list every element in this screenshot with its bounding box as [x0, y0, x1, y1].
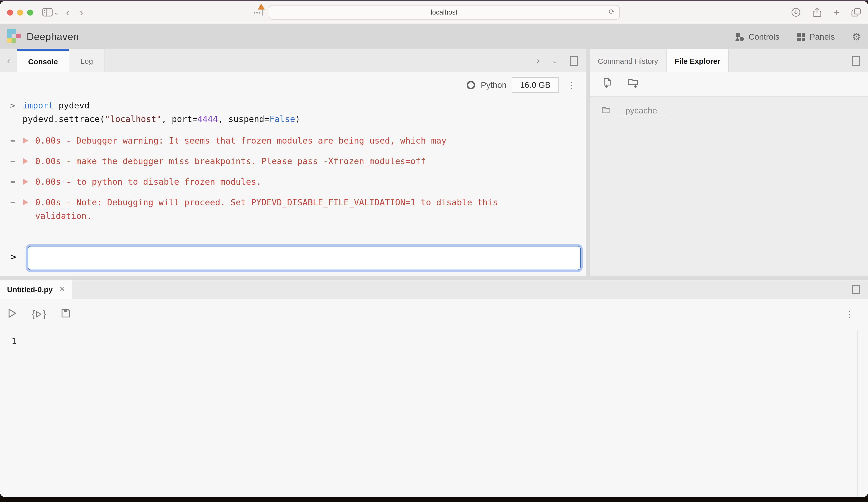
input-prompt: >: [11, 251, 16, 262]
sidebar-toggle-icon[interactable]: [42, 8, 53, 17]
tab-scroll-left-icon[interactable]: ‹: [0, 49, 17, 72]
history-prompt: >: [10, 99, 15, 113]
file-list: __pycache__: [590, 96, 868, 276]
editor-toolbar: { } ⋮: [0, 299, 868, 330]
editor-tabstrip: Untitled-0.py ×: [0, 280, 868, 299]
editor-divider: [857, 330, 858, 497]
main-panels-row: ‹ Console Log › ⌄: [0, 49, 868, 276]
session-menu-icon[interactable]: ⋮: [564, 80, 579, 90]
explorer-panel: Command History File Explorer: [590, 49, 868, 276]
window-controls: [7, 9, 33, 15]
app-header: Deephaven Controls Panels: [0, 24, 868, 49]
disclosure-triangle-icon[interactable]: [23, 179, 28, 185]
sidebar-chevron-icon[interactable]: ⌄: [54, 9, 59, 16]
panel-resize-handle-horizontal[interactable]: [0, 276, 868, 280]
maximize-panel-icon[interactable]: [570, 56, 578, 65]
close-window-button[interactable]: [7, 9, 13, 15]
extensions-icon[interactable]: ••• !: [254, 9, 262, 15]
console-log: > import pydevd pydevd.settrace("localho…: [0, 99, 586, 246]
line-number: 1: [12, 336, 16, 346]
browser-toolbar: ⌄ ‹ › ••• ! localhost ⟳: [0, 1, 868, 24]
console-tabstrip: ‹ Console Log › ⌄: [0, 49, 586, 72]
controls-menu-button[interactable]: Controls: [735, 32, 779, 41]
file-row-pycache[interactable]: __pycache__: [590, 103, 868, 119]
executed-code-line: pydevd.settrace("localhost", port=4444, …: [0, 113, 586, 126]
zoom-window-button[interactable]: [27, 9, 33, 15]
tab-console[interactable]: Console: [17, 49, 69, 72]
close-tab-icon[interactable]: ×: [60, 284, 65, 294]
session-status-icon: [467, 81, 475, 90]
warning-block: 0.00s - Debugger warning: It seems that …: [0, 134, 586, 223]
console-body: Python 16.0 GB ⋮ > import pydevd pydevd.…: [0, 72, 586, 276]
console-input[interactable]: [28, 246, 581, 270]
maximize-panel-icon[interactable]: [852, 56, 860, 65]
log-warning-line: 0.00s - Note: Debugging will proceed. Se…: [0, 196, 586, 223]
console-panel: ‹ Console Log › ⌄: [0, 49, 586, 276]
gutter-dash-icon: [11, 202, 15, 203]
panels-menu-button[interactable]: Panels: [796, 32, 835, 41]
folder-icon: [602, 106, 610, 116]
deephaven-logo: [7, 29, 21, 44]
app-title: Deephaven: [27, 31, 79, 42]
warning-badge-icon: !: [257, 3, 265, 9]
share-icon[interactable]: [813, 7, 821, 17]
tab-overview-icon[interactable]: [851, 8, 861, 17]
minimize-window-button[interactable]: [17, 9, 23, 15]
memory-usage-box[interactable]: 16.0 GB: [512, 77, 559, 93]
file-explorer-toolbar: [590, 72, 868, 96]
log-warning-line: 0.00s - to python to disable frozen modu…: [0, 175, 586, 189]
tab-command-history[interactable]: Command History: [590, 49, 666, 72]
controls-icon: [735, 32, 744, 41]
editor-panel: Untitled-0.py × {: [0, 280, 868, 497]
new-file-icon[interactable]: [603, 78, 613, 91]
session-language: Python: [481, 80, 507, 90]
tab-overflow-chevron-icon[interactable]: ⌄: [552, 57, 558, 65]
url-text: localhost: [431, 9, 458, 16]
desktop: ⌄ ‹ › ••• ! localhost ⟳: [0, 0, 868, 502]
gutter-dash-icon: [11, 140, 15, 142]
header-actions: Controls Panels ⚙: [735, 31, 861, 43]
new-folder-icon[interactable]: [628, 78, 639, 91]
editor-content[interactable]: 1: [0, 330, 868, 497]
console-input-row: >: [0, 246, 581, 270]
disclosure-triangle-icon[interactable]: [23, 158, 28, 164]
browser-window: ⌄ ‹ › ••• ! localhost ⟳: [0, 1, 868, 497]
disclosure-triangle-icon[interactable]: [23, 137, 28, 144]
tab-untitled-0[interactable]: Untitled-0.py ×: [0, 280, 72, 299]
gutter-dash-icon: [11, 161, 15, 162]
gutter-dash-icon: [11, 181, 15, 183]
file-explorer-body: __pycache__: [590, 72, 868, 276]
back-button[interactable]: ‹: [61, 7, 75, 18]
toolbar-right: +: [791, 6, 861, 18]
maximize-panel-icon[interactable]: [852, 284, 860, 294]
panel-resize-handle-vertical[interactable]: [586, 49, 590, 276]
address-bar[interactable]: localhost ⟳: [268, 5, 620, 20]
downloads-icon[interactable]: [791, 8, 801, 17]
panels-icon: [796, 32, 805, 41]
run-selected-icon[interactable]: { }: [32, 309, 46, 320]
reload-icon[interactable]: ⟳: [609, 8, 614, 15]
tab-file-explorer[interactable]: File Explorer: [666, 49, 729, 72]
log-warning-line: 0.00s - Debugger warning: It seems that …: [0, 134, 586, 148]
tab-scroll-right-icon[interactable]: ›: [537, 56, 539, 66]
log-warning-line: 0.00s - make the debugger miss breakpoin…: [0, 155, 586, 168]
settings-gear-icon[interactable]: ⚙: [852, 31, 861, 43]
new-tab-icon[interactable]: +: [833, 6, 840, 18]
save-icon[interactable]: [61, 309, 70, 320]
session-status: Python 16.0 GB ⋮: [467, 77, 579, 93]
tab-log[interactable]: Log: [69, 49, 104, 72]
run-icon[interactable]: [8, 308, 17, 320]
editor-menu-icon[interactable]: ⋮: [843, 309, 857, 319]
executed-code-line: > import pydevd: [0, 99, 586, 113]
forward-button[interactable]: ›: [75, 7, 89, 18]
file-name: __pycache__: [616, 106, 666, 116]
disclosure-triangle-icon[interactable]: [23, 199, 28, 205]
explorer-tabstrip: Command History File Explorer: [590, 49, 868, 72]
